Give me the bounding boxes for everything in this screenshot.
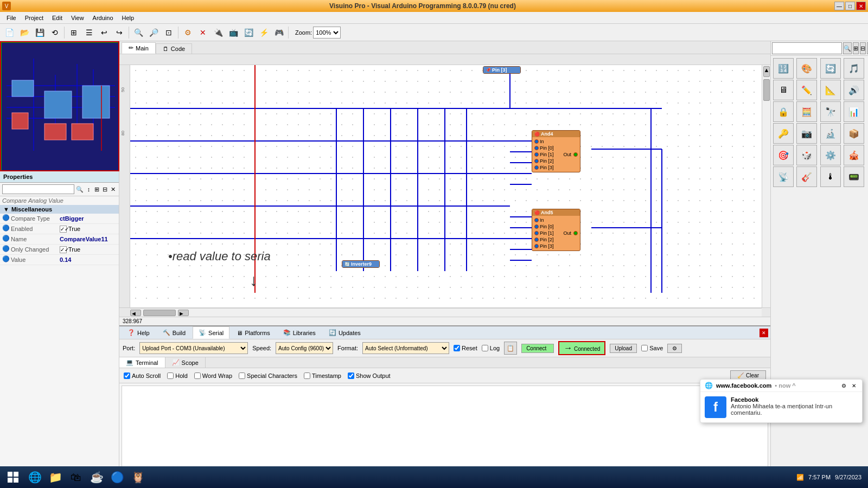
prop-sort-btn[interactable]: ↕ <box>85 184 92 195</box>
log-settings-btn[interactable]: 📋 <box>504 342 517 355</box>
connected-btn[interactable]: → Connected <box>558 341 605 355</box>
prop-check-enabled[interactable] <box>60 226 67 233</box>
port-select[interactable]: Upload Port - COM3 (Unavailable) <box>139 342 248 354</box>
taskbar-explorer[interactable]: 📁 <box>46 467 65 487</box>
menu-edit[interactable]: Edit <box>48 14 67 22</box>
autoscroll-label[interactable]: Auto Scroll <box>124 373 161 379</box>
toolbar-redo[interactable]: ↪ <box>112 25 126 40</box>
bottom-tab-updates[interactable]: 🔄 Updates <box>323 326 367 339</box>
prop-row-compare-type[interactable]: 🔵 Compare Type ctBigger <box>0 214 119 224</box>
scroll-thumb-v[interactable] <box>763 79 770 101</box>
format-select[interactable]: Auto Select (Unformatted) <box>362 342 449 354</box>
right-filter-btn[interactable]: ⊞ <box>853 42 859 54</box>
rg-btn-8[interactable]: 🔒 <box>773 101 794 122</box>
right-search-input[interactable] <box>772 42 842 54</box>
prop-row-value[interactable]: 🔵 Value 0.14 <box>0 255 119 265</box>
toolbar-grid[interactable]: ⊞ <box>67 25 81 40</box>
menu-project[interactable]: Project <box>21 14 48 22</box>
rg-btn-10[interactable]: 🔭 <box>820 101 841 122</box>
bottom-panel-close[interactable]: ✕ <box>760 329 768 337</box>
serial-terminal-tab[interactable]: 💻 Terminal <box>119 357 165 368</box>
scroll-right-btn[interactable]: ► <box>178 310 189 316</box>
menu-help[interactable]: Help <box>118 14 139 22</box>
toolbar-open[interactable]: 📂 <box>17 25 31 40</box>
reset-checkbox-label[interactable]: Reset <box>454 345 477 351</box>
scroll-thumb-h[interactable] <box>143 310 176 316</box>
upload-btn[interactable]: Upload <box>610 344 637 353</box>
prop-filter-btn[interactable]: 🔍 <box>75 184 84 195</box>
scroll-up-btn[interactable]: ▲ <box>763 66 770 77</box>
rg-btn-0[interactable]: 🔢 <box>773 58 794 79</box>
log-checkbox[interactable] <box>482 345 488 351</box>
rg-btn-14[interactable]: 🔬 <box>820 123 841 144</box>
rg-btn-6[interactable]: 📐 <box>820 80 841 100</box>
node-inverter9[interactable]: 🔄 Inverter9 <box>342 260 380 268</box>
notification-settings-btn[interactable]: ⚙ <box>840 383 848 389</box>
connect-btn[interactable]: Connect <box>521 344 554 353</box>
rg-btn-17[interactable]: 🎲 <box>796 145 817 165</box>
right-grid-btn[interactable]: ⊟ <box>860 42 866 54</box>
reset-checkbox[interactable] <box>454 345 460 351</box>
toolbar-refresh[interactable]: 🔄 <box>241 25 256 40</box>
node-pin3-top[interactable]: 📌 Pin [3] <box>483 66 521 74</box>
rg-btn-3[interactable]: 🎵 <box>844 58 864 79</box>
taskbar-edge[interactable]: 🌐 <box>25 467 44 487</box>
autoscroll-checkbox[interactable] <box>124 373 130 379</box>
bottom-tab-build[interactable]: 🔨 Build <box>157 326 192 339</box>
prop-close-btn[interactable]: ✕ <box>110 184 117 195</box>
close-button[interactable]: ✕ <box>856 2 866 10</box>
prop-row-name[interactable]: 🔵 Name CompareValue11 <box>0 234 119 245</box>
rg-btn-12[interactable]: 🔑 <box>773 123 794 144</box>
taskbar-visuino[interactable]: 🦉 <box>128 467 148 487</box>
serial-scope-tab[interactable]: 📈 Scope <box>165 357 206 368</box>
showoutput-label[interactable]: Show Output <box>348 373 391 379</box>
prop-expand-btn[interactable]: ⊟ <box>101 184 108 195</box>
toolbar-zoom-in[interactable]: 🔍 <box>131 25 145 40</box>
rg-btn-18[interactable]: ⚙️ <box>820 145 841 165</box>
rg-btn-22[interactable]: 🌡 <box>820 166 841 187</box>
canvas-drawing[interactable]: 📌 Pin [3] 🔴 And4 <box>130 65 762 307</box>
menu-file[interactable]: File <box>2 14 21 22</box>
rg-btn-20[interactable]: 📡 <box>773 166 794 187</box>
node-and5[interactable]: 🔴 And5 In Pin [0] Pin [1] Pin [2] <box>532 209 580 251</box>
prop-row-only-changed[interactable]: 🔵 Only Changed True <box>0 245 119 255</box>
toolbar-connect[interactable]: ⚡ <box>257 25 271 40</box>
speed-select[interactable]: Auto Config (9600) <box>276 342 333 354</box>
timestamp-checkbox[interactable] <box>304 373 310 379</box>
minimize-button[interactable]: — <box>834 2 844 10</box>
rg-btn-9[interactable]: 🧮 <box>796 101 817 122</box>
bottom-tab-libraries[interactable]: 📚 Libraries <box>277 326 322 339</box>
prop-group-btn[interactable]: ⊞ <box>93 184 100 195</box>
menu-arduino[interactable]: Arduino <box>88 14 118 22</box>
rg-btn-15[interactable]: 📦 <box>844 123 864 144</box>
rg-btn-1[interactable]: 🎨 <box>796 58 817 79</box>
tab-main[interactable]: ✏ Main <box>122 42 156 54</box>
tab-code[interactable]: 🗒 Code <box>156 43 192 54</box>
menu-view[interactable]: View <box>67 14 88 22</box>
properties-search[interactable] <box>2 184 74 194</box>
log-checkbox-label[interactable]: Log <box>482 345 500 351</box>
rg-btn-19[interactable]: 🎪 <box>844 145 864 165</box>
rg-btn-7[interactable]: 🔊 <box>844 80 864 100</box>
toolbar-zoom-fit[interactable]: ⊡ <box>162 25 176 40</box>
rg-btn-4[interactable]: 🖥 <box>773 80 794 100</box>
wordwrap-checkbox[interactable] <box>194 373 201 379</box>
taskbar-store[interactable]: 🛍 <box>66 467 86 487</box>
hold-checkbox[interactable] <box>167 373 174 379</box>
toolbar-zoom-out[interactable]: 🔎 <box>146 25 161 40</box>
taskbar-start-btn[interactable] <box>2 467 24 487</box>
canvas-scrollbar-horizontal[interactable]: ◄ ► <box>130 308 762 317</box>
taskbar-java[interactable]: ☕ <box>87 467 106 487</box>
toolbar-serial[interactable]: 🔌 <box>211 25 225 40</box>
bottom-tab-help[interactable]: ❓ Help <box>122 326 156 339</box>
taskbar-chrome[interactable]: 🔵 <box>107 467 127 487</box>
canvas-scrollbar-vertical[interactable]: ▲ <box>762 65 770 307</box>
terminal-output[interactable] <box>122 386 768 472</box>
wordwrap-label[interactable]: Word Wrap <box>194 373 232 379</box>
rg-btn-2[interactable]: 🔄 <box>820 58 841 79</box>
toolbar-upload[interactable]: ✕ <box>196 25 210 40</box>
toolbar-monitor[interactable]: 📺 <box>226 25 240 40</box>
zoom-select[interactable]: 100% 75% 150% <box>313 27 341 38</box>
toolbar-list[interactable]: ☰ <box>82 25 96 40</box>
save-checkbox-label[interactable]: Save <box>641 345 663 351</box>
